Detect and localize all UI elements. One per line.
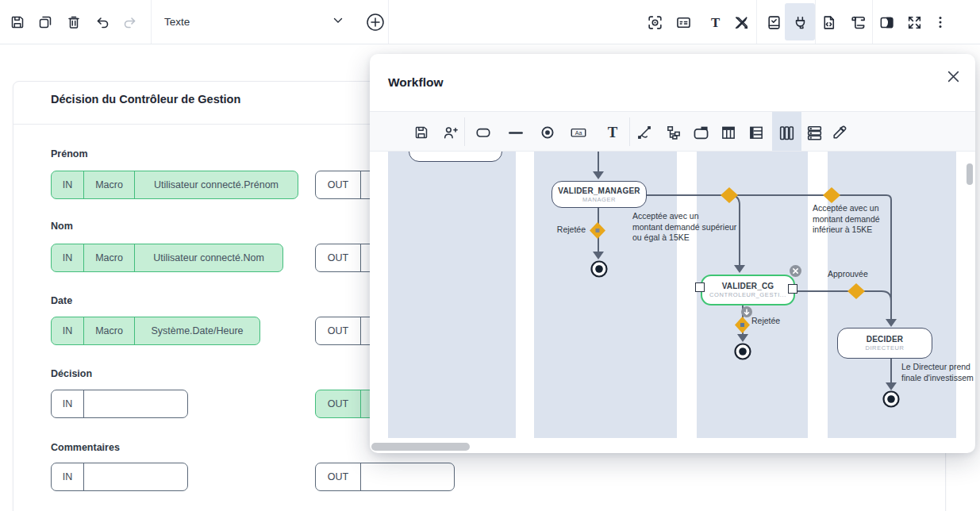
fullscreen-button[interactable]: [901, 9, 928, 36]
plug-button[interactable]: [786, 9, 813, 36]
field-label-date: Date: [51, 295, 72, 306]
resize-handle-right[interactable]: [788, 284, 797, 294]
fullscreen-icon: [906, 14, 923, 31]
book-check-button[interactable]: [760, 9, 787, 36]
label-line: Le Directeur prend: [901, 362, 974, 373]
wf-label-button[interactable]: Aa: [564, 118, 593, 147]
workflow-panel-title: Workflow: [388, 75, 443, 90]
arrowhead: [737, 334, 748, 342]
container-icon: [692, 124, 710, 142]
arrowhead: [593, 171, 604, 179]
node-valider-manager[interactable]: VALIDER_MANAGER MANAGER: [551, 181, 647, 208]
in-mapping-prenom[interactable]: IN Macro Utilisateur connecté.Prénom: [51, 171, 298, 199]
focus-preview-button[interactable]: [641, 9, 668, 36]
add-element-button[interactable]: [362, 9, 389, 36]
element-type-select[interactable]: Texte: [152, 0, 387, 44]
out-tag: OUT: [316, 463, 361, 490]
close-icon: [793, 268, 798, 274]
plug-icon: [792, 14, 809, 31]
mapping-value: [84, 390, 187, 417]
save-icon: [10, 14, 25, 30]
table-rows-icon: [747, 124, 765, 141]
connectors-layer: [370, 152, 975, 438]
wf-table-columns-button[interactable]: [714, 118, 743, 147]
workflow-diagram-canvas[interactable]: VALIDER_MANAGER MANAGER VALIDER_CG CONTR…: [370, 152, 975, 438]
design-tools-button[interactable]: [728, 9, 755, 36]
table-columns-icon: [720, 124, 737, 141]
label-line: montant demandé supérieur: [632, 222, 736, 233]
divider: [388, 0, 389, 44]
wf-add-person-button[interactable]: [436, 118, 464, 147]
label-acceptee-superieur: Acceptée avec un montant demandé supérie…: [632, 211, 736, 244]
resize-handle-left[interactable]: [695, 282, 705, 292]
add-below-button[interactable]: [741, 306, 752, 317]
wf-activity-node-button[interactable]: [469, 118, 498, 147]
vertical-lanes-icon: [778, 124, 796, 142]
id-card-button[interactable]: [670, 9, 697, 36]
add-person-icon: [442, 125, 459, 141]
horizontal-scrollbar-thumb[interactable]: [371, 443, 470, 451]
save-icon: [413, 125, 429, 140]
text-icon: T: [707, 14, 724, 31]
wf-end-node-button[interactable]: [533, 118, 562, 147]
wf-container-button[interactable]: [686, 118, 715, 147]
node-decider[interactable]: DECIDER DIRECTEUR: [837, 328, 932, 359]
script-button[interactable]: [844, 9, 871, 36]
form-title: Décision du Contrôleur de Gestion: [51, 93, 240, 106]
design-tools-icon: [733, 14, 750, 31]
wf-vertical-lanes-button[interactable]: [772, 118, 801, 147]
activity-node-icon: [475, 124, 492, 141]
duplicate-button[interactable]: [32, 9, 59, 36]
cut-off-node[interactable]: [409, 152, 502, 162]
undo-button[interactable]: [89, 9, 116, 36]
trash-icon: [66, 14, 82, 30]
divider: [464, 117, 465, 146]
node-title: VALIDER_MANAGER: [558, 186, 640, 195]
wf-eyedropper-button[interactable]: [824, 118, 853, 147]
out-tag: OUT: [316, 390, 361, 417]
wf-text-button[interactable]: T: [598, 118, 627, 147]
in-mapping-nom[interactable]: IN Macro Utilisateur connecté.Nom: [51, 244, 283, 272]
wf-table-rows-button[interactable]: [742, 118, 771, 147]
svg-text:T: T: [608, 124, 618, 140]
vertical-scrollbar-thumb[interactable]: [967, 163, 973, 185]
connector-line-icon: [507, 124, 525, 141]
close-panel-button[interactable]: [943, 66, 963, 86]
wf-connector-button[interactable]: [502, 118, 530, 147]
label-line: montant demandé: [813, 214, 880, 225]
label-line: finale d'investissem: [901, 373, 974, 384]
delete-button[interactable]: [60, 9, 87, 36]
divider: [756, 0, 757, 44]
in-mapping-commentaires[interactable]: IN: [51, 463, 188, 491]
eyedropper-icon: [831, 125, 847, 141]
gateway-diamond: [847, 283, 865, 299]
label-rejetee-cg: Rejetée: [751, 316, 780, 327]
save-button[interactable]: [4, 9, 31, 36]
label-approuvee: Approuvée: [828, 269, 868, 280]
svg-text:T: T: [710, 14, 719, 29]
mapping-value: Utilisateur connecté.Prénom: [135, 171, 298, 198]
svg-text:Aa: Aa: [575, 130, 582, 136]
in-mapping-date[interactable]: IN Macro Système.Date/Heure: [51, 317, 260, 345]
hierarchy-icon: [665, 124, 682, 141]
out-mapping-commentaires[interactable]: OUT: [315, 463, 455, 491]
label-line: Acceptée avec un: [632, 211, 736, 222]
gateway-diamond: [721, 187, 738, 203]
palette-button[interactable]: [873, 9, 900, 36]
node-valider-cg[interactable]: VALIDER_CG CONTROLEUR_GESTI...: [701, 275, 795, 305]
wf-select-path-button[interactable]: [630, 118, 659, 147]
gateway-diamond: [823, 187, 840, 203]
code-file-button[interactable]: [815, 9, 842, 36]
book-check-icon: [766, 14, 782, 31]
more-options-button[interactable]: [927, 9, 954, 36]
delete-node-button[interactable]: [790, 265, 801, 277]
in-mapping-decision[interactable]: IN: [51, 390, 188, 418]
in-tag: IN: [52, 390, 84, 417]
workflow-toolbar: Aa T: [370, 111, 975, 152]
wf-hierarchy-button[interactable]: [659, 118, 688, 147]
text-tool-button[interactable]: T: [701, 9, 728, 36]
redo-button[interactable]: [117, 9, 144, 36]
focus-preview-icon: [647, 14, 663, 31]
wf-save-button[interactable]: [407, 118, 436, 147]
node-subtitle: CONTROLEUR_GESTI...: [709, 291, 786, 298]
